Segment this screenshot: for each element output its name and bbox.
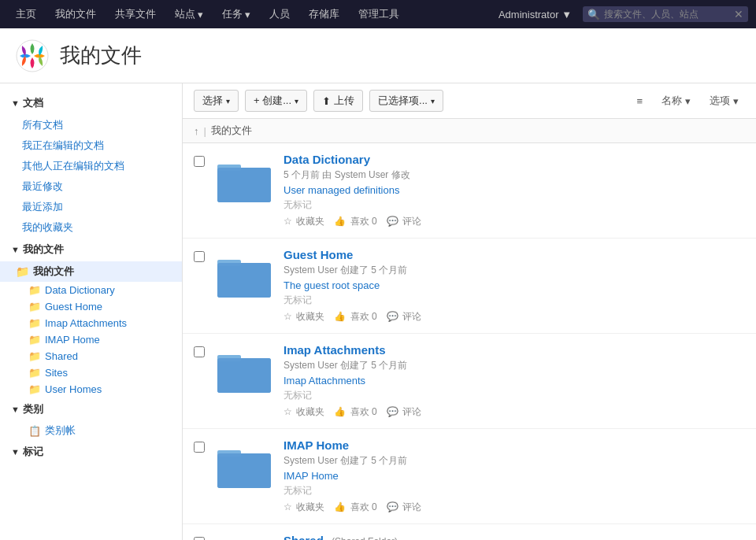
file-info: Guest Home System User 创建了 5 个月前 The gue… xyxy=(284,248,745,324)
file-actions: ☆ 收藏夹 👍 喜欢 0 💬 评论 xyxy=(284,405,745,419)
admin-menu[interactable]: Administrator ▼ xyxy=(491,6,580,24)
svg-rect-12 xyxy=(217,453,271,488)
sidebar-item-guest-home[interactable]: 📁 Guest Home xyxy=(0,298,182,315)
main-layout: ▼ 文档 所有文档 我正在编辑的文档 其他人正在编辑的文档 最近修改 最近添加 … xyxy=(0,83,756,540)
sidebar: ▼ 文档 所有文档 我正在编辑的文档 其他人正在编辑的文档 最近修改 最近添加 … xyxy=(0,83,183,540)
sidebar-tags-header[interactable]: ▼ 标记 xyxy=(0,440,182,464)
breadcrumb-up-icon[interactable]: ↑ xyxy=(194,125,199,137)
file-info: IMAP Home System User 创建了 5 个月前 IMAP Hom… xyxy=(284,438,745,514)
nav-shared[interactable]: 共享文件 xyxy=(107,4,164,24)
subfolder-icon: 📁 xyxy=(28,367,41,379)
nav-admin-tools[interactable]: 管理工具 xyxy=(350,4,407,24)
nav-home[interactable]: 主页 xyxy=(8,4,44,24)
sidebar-category-header[interactable]: ▼ 类别 xyxy=(0,398,182,421)
file-checkbox[interactable] xyxy=(194,156,205,167)
folder-icon: 📁 xyxy=(16,265,29,278)
nav-sites[interactable]: 站点 ▾ xyxy=(167,4,211,24)
file-info: Imap Attachments System User 创建了 5 个月前 I… xyxy=(284,343,745,419)
sidebar-myfiles-header[interactable]: ▼ 我的文件 xyxy=(0,238,182,261)
create-button[interactable]: + 创建... ▾ xyxy=(245,90,307,112)
file-desc: IMAP Home xyxy=(284,470,745,482)
sidebar-myfiles-folder[interactable]: 📁 我的文件 xyxy=(0,261,182,282)
sidebar-item-imap-home[interactable]: 📁 IMAP Home xyxy=(0,331,182,348)
subfolder-icon: 📁 xyxy=(28,383,41,395)
breadcrumb-current: 我的文件 xyxy=(211,124,252,138)
sidebar-all-docs[interactable]: 所有文档 xyxy=(0,115,182,135)
search-input[interactable] xyxy=(604,9,730,20)
subfolder-icon: 📁 xyxy=(28,301,41,313)
table-row[interactable]: Guest Home System User 创建了 5 个月前 The gue… xyxy=(183,239,756,334)
nav-storage[interactable]: 存储库 xyxy=(301,4,347,24)
sidebar-item-sites[interactable]: 📁 Sites xyxy=(0,364,182,381)
svg-rect-3 xyxy=(217,168,271,202)
nav-people[interactable]: 人员 xyxy=(261,4,298,24)
options-arrow-icon: ▾ xyxy=(733,95,739,107)
file-checkbox[interactable] xyxy=(194,442,205,453)
sidebar-others-editing[interactable]: 其他人正在编辑的文档 xyxy=(0,156,182,176)
subfolder-icon: 📁 xyxy=(28,350,41,362)
comment-icon: 💬 xyxy=(387,406,398,417)
sidebar-recent-added[interactable]: 最近添加 xyxy=(0,197,182,217)
file-name[interactable]: IMAP Home xyxy=(284,438,745,452)
thumb-up-icon: 👍 xyxy=(334,311,346,322)
selected-items-button[interactable]: 已选择项... ▾ xyxy=(369,90,443,112)
nav-tasks[interactable]: 任务 ▾ xyxy=(214,4,258,24)
sidebar-item-shared[interactable]: 📁 Shared xyxy=(0,348,182,364)
sidebar-item-data-dictionary[interactable]: 📁 Data Dictionary xyxy=(0,282,182,298)
file-name[interactable]: Guest Home xyxy=(284,248,745,261)
name-sort-button[interactable]: 名称 ▾ xyxy=(655,91,697,111)
breadcrumb: ↑ | 我的文件 xyxy=(183,119,756,143)
file-checkbox[interactable] xyxy=(194,346,205,357)
breadcrumb-separator: | xyxy=(204,125,206,137)
like-action[interactable]: 👍 喜欢 0 xyxy=(334,310,376,324)
options-button[interactable]: 选项 ▾ xyxy=(703,91,745,111)
table-row[interactable]: IMAP Home System User 创建了 5 个月前 IMAP Hom… xyxy=(183,429,756,524)
like-action[interactable]: 👍 喜欢 0 xyxy=(334,405,376,419)
like-action[interactable]: 👍 喜欢 0 xyxy=(334,501,376,514)
like-action[interactable]: 👍 喜欢 0 xyxy=(334,215,376,228)
bookmark-action[interactable]: ☆ 收藏夹 xyxy=(284,310,324,324)
upload-icon: ⬆ xyxy=(322,95,331,107)
like-count: 0 xyxy=(372,501,377,512)
comment-action[interactable]: 💬 评论 xyxy=(387,215,421,228)
select-button[interactable]: 选择 ▾ xyxy=(194,90,239,112)
shared-tag-label: (Shared Folder) xyxy=(332,536,398,540)
file-actions: ☆ 收藏夹 👍 喜欢 0 💬 评论 xyxy=(284,310,745,324)
thumb-up-icon: 👍 xyxy=(334,216,346,227)
myfiles-arrow-icon: ▼ xyxy=(11,245,20,254)
table-row[interactable]: Data Dictionary 5 个月前 由 System User 修改 U… xyxy=(183,143,756,239)
comment-action[interactable]: 💬 评论 xyxy=(387,501,421,514)
nav-myfiles[interactable]: 我的文件 xyxy=(47,4,104,24)
file-info: Data Dictionary 5 个月前 由 System User 修改 U… xyxy=(284,153,745,228)
bookmark-action[interactable]: ☆ 收藏夹 xyxy=(284,501,324,514)
upload-button[interactable]: ⬆ 上传 xyxy=(313,90,363,112)
comment-action[interactable]: 💬 评论 xyxy=(387,405,421,419)
sidebar-docs-header[interactable]: ▼ 文档 xyxy=(0,91,182,115)
bookmark-action[interactable]: ☆ 收藏夹 xyxy=(284,405,324,419)
sidebar-editing-docs[interactable]: 我正在编辑的文档 xyxy=(0,135,182,156)
thumb-up-icon: 👍 xyxy=(334,501,346,512)
file-tag: 无标记 xyxy=(284,389,745,402)
comment-action[interactable]: 💬 评论 xyxy=(387,310,421,324)
create-arrow-icon: ▾ xyxy=(295,97,298,105)
close-icon[interactable]: ✕ xyxy=(734,8,743,20)
file-checkbox[interactable] xyxy=(194,537,205,540)
file-name[interactable]: Imap Attachments xyxy=(284,343,745,357)
file-name[interactable]: Shared (Shared Folder) xyxy=(284,534,745,540)
sidebar-category-item[interactable]: 📋 类别帐 xyxy=(0,421,182,440)
sidebar-favorites[interactable]: 我的收藏夹 xyxy=(0,217,182,238)
star-icon: ☆ xyxy=(284,216,292,227)
sidebar-item-imap-attachments[interactable]: 📁 Imap Attachments xyxy=(0,315,182,331)
file-desc: User managed definitions xyxy=(284,184,745,196)
sort-button[interactable]: ≡ xyxy=(630,92,649,110)
sidebar-item-user-homes[interactable]: 📁 User Homes xyxy=(0,381,182,398)
file-name[interactable]: Data Dictionary xyxy=(284,153,745,166)
file-meta: System User 创建了 5 个月前 xyxy=(284,264,745,277)
comment-icon: 💬 xyxy=(387,216,398,227)
app-logo xyxy=(16,39,49,72)
sidebar-recent-modified[interactable]: 最近修改 xyxy=(0,176,182,197)
table-row[interactable]: Shared (Shared Folder) System User 创建了 5… xyxy=(183,524,756,540)
table-row[interactable]: Imap Attachments System User 创建了 5 个月前 I… xyxy=(183,334,756,429)
bookmark-action[interactable]: ☆ 收藏夹 xyxy=(284,215,324,228)
file-checkbox[interactable] xyxy=(194,251,205,262)
